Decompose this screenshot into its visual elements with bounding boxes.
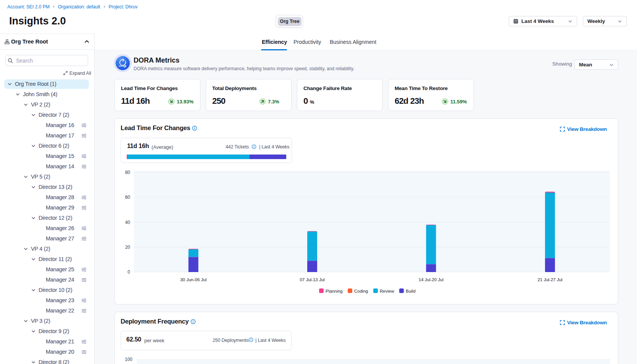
svg-text:14 Jul-20 Jul: 14 Jul-20 Jul xyxy=(419,277,443,282)
svg-text:07 Jul-13 Jul: 07 Jul-13 Jul xyxy=(300,277,324,282)
svg-text:Build: Build xyxy=(406,289,416,293)
svg-text:40: 40 xyxy=(125,220,131,225)
svg-text:21 Jul-27 Jul: 21 Jul-27 Jul xyxy=(537,277,562,282)
svg-text:Review: Review xyxy=(380,289,394,293)
svg-text:Planning: Planning xyxy=(326,289,343,293)
svg-text:30 Jun-06 Jul: 30 Jun-06 Jul xyxy=(180,277,206,282)
svg-text:Coding: Coding xyxy=(354,289,368,293)
svg-text:60: 60 xyxy=(125,195,131,200)
svg-text:20: 20 xyxy=(125,245,131,250)
svg-text:80: 80 xyxy=(125,170,131,175)
svg-text:0: 0 xyxy=(127,269,130,275)
